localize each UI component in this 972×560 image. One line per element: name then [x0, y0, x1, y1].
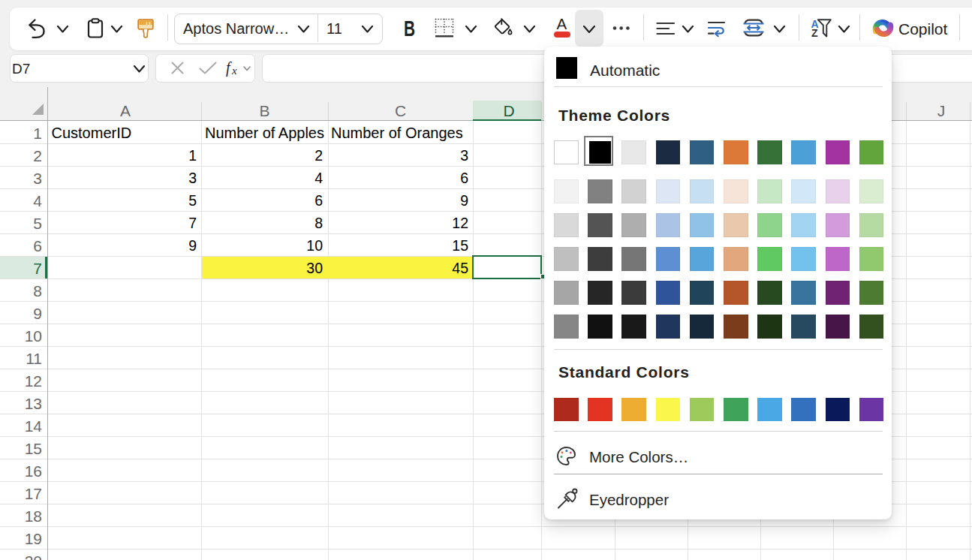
- svg-text:A: A: [556, 18, 567, 31]
- svg-text:Z: Z: [811, 27, 818, 38]
- svg-text:B: B: [404, 18, 415, 39]
